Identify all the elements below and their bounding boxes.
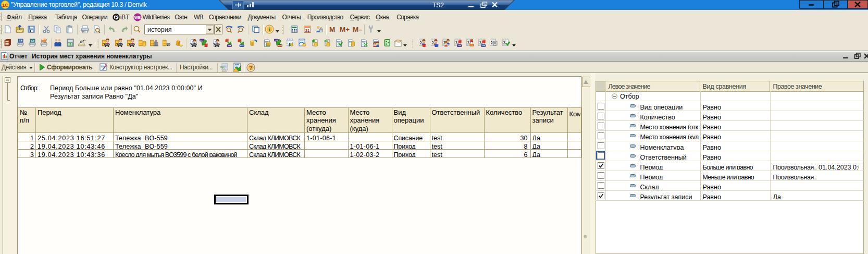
svg-text:i: i bbox=[268, 26, 270, 32]
svg-text:Σ: Σ bbox=[503, 40, 507, 45]
svg-text:₽: ₽ bbox=[115, 15, 117, 20]
svg-text:WB: WB bbox=[134, 15, 141, 20]
svg-text:1C: 1C bbox=[2, 2, 8, 8]
svg-text:31: 31 bbox=[305, 28, 310, 33]
svg-text:TS2: TS2 bbox=[432, 2, 444, 9]
svg-text:?: ? bbox=[249, 65, 253, 71]
svg-text:$: $ bbox=[69, 43, 71, 46]
